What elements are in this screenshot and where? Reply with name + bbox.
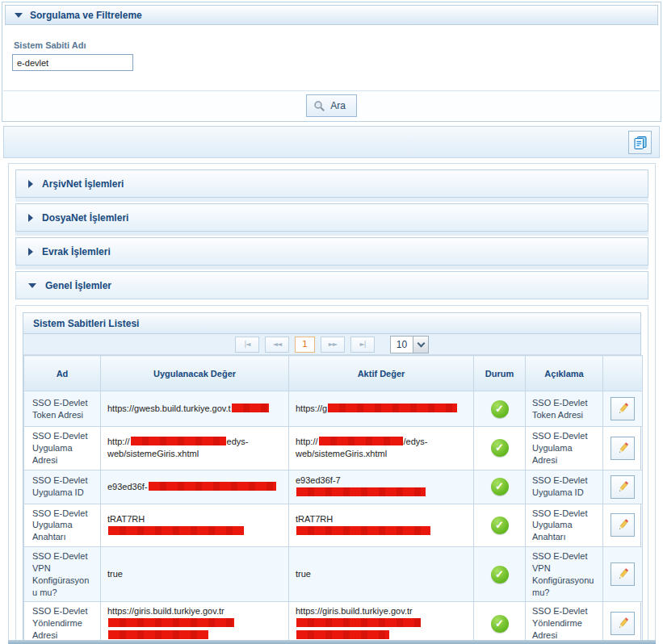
value-text: web/sistemeGiris.xhtml (107, 449, 199, 458)
system-constant-name-input[interactable] (12, 54, 133, 71)
chevron-down-icon (28, 283, 36, 288)
query-filter-panel: Sorgulama ve Filtreleme Sistem Sabiti Ad… (2, 2, 661, 122)
cell-edit (603, 504, 643, 547)
search-icon (313, 100, 325, 112)
value-text: true (296, 569, 311, 579)
cell-durum: ✓ (474, 504, 526, 547)
prev-page-button[interactable]: ◄◄ (265, 337, 289, 353)
redacted-text (296, 526, 430, 535)
first-page-button[interactable]: |◄ (235, 337, 259, 353)
redacted-text (131, 437, 226, 445)
chevron-down-icon (15, 13, 23, 18)
column-header: Ad (24, 356, 101, 391)
value-text: edys- (227, 437, 249, 446)
query-panel-title: Sorgulama ve Filtreleme (30, 10, 142, 21)
edit-button[interactable] (611, 437, 635, 460)
cell-ad: SSO E-Devlet Uygulama ID (24, 470, 101, 504)
next-page-button[interactable]: ►► (321, 337, 345, 353)
table-row: SSO E-Devlet Yönlendirme Adresihttps://g… (24, 602, 643, 644)
accordion-tab-label: DosyaNet İşlemleri (42, 212, 128, 224)
export-button[interactable] (628, 131, 652, 154)
accordion-container: ArşivNet İşlemleriDosyaNet İşlemleriEvra… (8, 163, 656, 644)
green-check-icon: ✓ (491, 439, 509, 457)
cell-aktif-deger: https://g (289, 391, 474, 427)
cell-durum: ✓ (474, 470, 526, 504)
rows-per-page-value: 10 (391, 337, 413, 353)
table-header-row: AdUygulanacak DeğerAktif DeğerDurumAçıkl… (24, 356, 643, 391)
accordion-tab-0[interactable]: ArşivNet İşlemleri (15, 169, 648, 198)
table-row: SSO E-Devlet Uygulama AnahtarıtRAT7RHtRA… (24, 504, 643, 547)
green-check-icon: ✓ (491, 615, 509, 633)
chevron-down-icon (413, 337, 428, 353)
system-constant-name-label: Sistem Sabiti Adı (14, 40, 651, 50)
cell-uygulanacak-deger: true (101, 547, 289, 602)
cell-edit (603, 602, 643, 644)
pencil-icon (616, 402, 630, 416)
cell-uygulanacak-deger: tRAT7RH (101, 504, 289, 547)
chevron-right-icon (28, 214, 33, 222)
value-text: true (107, 569, 123, 579)
accordion-tab-1[interactable]: DosyaNet İşlemleri (15, 203, 648, 232)
value-text: e93ed36f- (107, 482, 148, 491)
table-row: SSO E-Devlet Token Adresihttps://gwesb.b… (24, 391, 643, 427)
cell-aciklama: SSO E-Devlet Uygulama Anahtarı (526, 504, 603, 547)
value-text: http:// (107, 437, 130, 446)
cell-uygulanacak-deger: http://edys-web/sistemeGiris.xhtml (101, 427, 289, 470)
column-header: Durum (474, 356, 526, 391)
accordion-tab-3[interactable]: Genel İşlemler (15, 271, 648, 299)
cell-ad: SSO E-Devlet VPN Konfigürasyonu mu? (24, 547, 101, 602)
query-panel-header[interactable]: Sorgulama ve Filtreleme (5, 5, 658, 25)
chevron-right-icon (28, 180, 33, 188)
copy-documents-icon (632, 135, 648, 151)
value-text: http:// (296, 437, 318, 446)
cell-ad: SSO E-Devlet Uygulama Anahtarı (24, 504, 101, 547)
current-page-button[interactable]: 1 (295, 337, 315, 353)
cell-aktif-deger: e93ed36f-7 (289, 470, 474, 504)
edit-button[interactable] (611, 475, 635, 499)
edit-button[interactable] (611, 562, 635, 586)
green-check-icon: ✓ (491, 478, 509, 496)
accordion-tab-label: ArşivNet İşlemleri (42, 178, 124, 190)
cell-aciklama: SSO E-Devlet Token Adresi (526, 391, 603, 427)
pencil-icon (616, 441, 630, 455)
search-button[interactable]: Ara (306, 94, 357, 117)
rows-per-page-select[interactable]: 10 (390, 336, 429, 353)
green-check-icon: ✓ (491, 400, 509, 418)
edit-button[interactable] (611, 397, 635, 420)
cell-durum: ✓ (474, 547, 526, 602)
cell-uygulanacak-deger: e93ed36f- (101, 470, 289, 504)
table-row: SSO E-Devlet Uygulama IDe93ed36f-e93ed36… (24, 470, 643, 504)
cell-aciklama: SSO E-Devlet Yönlendirme Adresi (526, 602, 603, 644)
value-text: tRAT7RH (107, 514, 145, 524)
query-form: Sistem Sabiti Adı (2, 27, 661, 71)
cell-aktif-deger: tRAT7RH (289, 504, 474, 547)
edit-button[interactable] (611, 513, 635, 537)
accordion-tab-2[interactable]: Evrak İşlemleri (15, 237, 648, 266)
pencil-icon (616, 518, 630, 532)
cell-aciklama: SSO E-Devlet VPN Konfigürasyonu mu? (526, 547, 603, 602)
cell-ad: SSO E-Devlet Yönlendirme Adresi (24, 602, 101, 644)
edit-button[interactable] (611, 612, 635, 635)
value-text: web/sistemeGiris.xhtml (296, 449, 387, 458)
pencil-icon (616, 480, 630, 494)
redacted-text (108, 618, 234, 627)
redacted-text (296, 630, 389, 639)
redacted-text (319, 437, 403, 445)
cell-edit (603, 391, 643, 427)
table-row: SSO E-Devlet Uygulama Adresihttp://edys-… (24, 427, 643, 470)
value-text: https://gwesb.build.turkiye.gov.t (107, 404, 231, 413)
table-row: SSO E-Devlet VPN Konfigürasyonu mu?truet… (24, 547, 643, 602)
cell-edit (603, 470, 643, 504)
cell-edit (603, 427, 643, 470)
genel-islemler-content: Sistem Sabitleri Listesi |◄ ◄◄ 1 ►► ►| 1… (15, 305, 648, 644)
system-constants-table: AdUygulanacak DeğerAktif DeğerDurumAçıkl… (23, 355, 643, 644)
toolbar (3, 126, 660, 158)
list-panel-title: Sistem Sabitleri Listesi (23, 313, 640, 334)
value-text: /edys- (404, 437, 428, 446)
value-text: https://g (296, 404, 327, 413)
accordion-tab-label: Genel İşlemler (45, 280, 111, 291)
cell-aktif-deger: true (289, 547, 474, 602)
cell-aktif-deger: http:///edys-web/sistemeGiris.xhtml (289, 427, 474, 470)
last-page-button[interactable]: ►| (350, 337, 375, 353)
value-text: tRAT7RH (296, 514, 333, 524)
